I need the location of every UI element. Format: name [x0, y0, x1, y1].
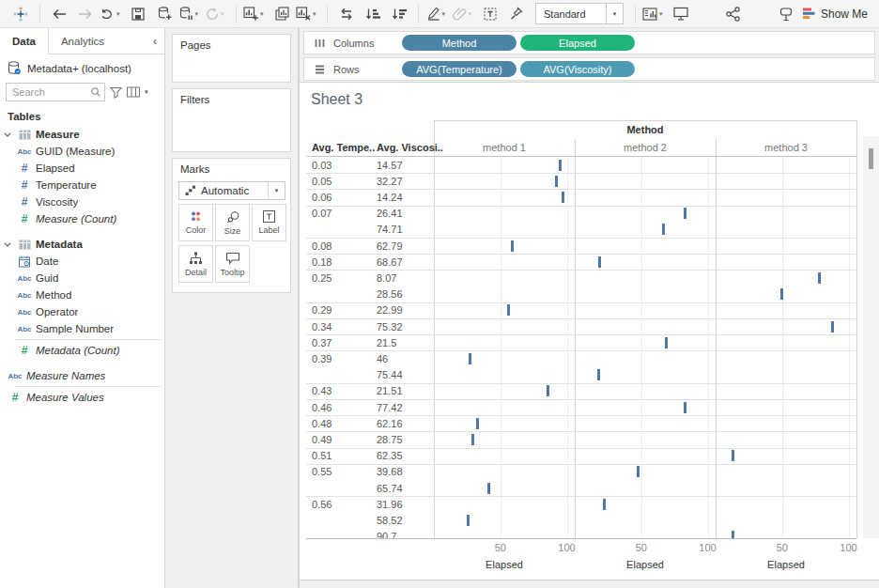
gantt-mark[interactable]	[732, 531, 734, 538]
gantt-mark[interactable]	[637, 466, 640, 477]
gantt-mark[interactable]	[780, 288, 783, 300]
gantt-mark[interactable]	[684, 402, 686, 413]
duplicate-button[interactable]	[270, 3, 294, 25]
chevron-down-icon[interactable]: ▾	[145, 83, 148, 101]
expand-collapse-icon[interactable]	[2, 132, 13, 137]
chevron-down-icon[interactable]: ▾	[313, 10, 320, 18]
tooltip-button[interactable]: Tooltip	[215, 245, 250, 283]
show-mark-labels-button[interactable]	[478, 3, 502, 25]
field-item-metadata[interactable]: Metadata	[0, 236, 164, 253]
replay-button[interactable]: ▾	[100, 3, 124, 25]
redo-button[interactable]	[73, 3, 98, 25]
field-item-guid-measure[interactable]: AbcGUID (Measure)	[0, 143, 164, 160]
panel-header-method-2[interactable]: method 2	[575, 142, 716, 153]
columns-shelf[interactable]: Columns MethodElapsed	[303, 31, 875, 54]
chevron-down-icon[interactable]: ▾	[221, 10, 228, 18]
gantt-mark[interactable]	[507, 304, 510, 316]
data-source-row[interactable]: Metadata+ (localhost)	[0, 54, 164, 80]
sort-ascending-button[interactable]	[361, 3, 385, 25]
gantt-mark[interactable]	[511, 240, 514, 252]
show-me-button[interactable]: Show Me	[803, 8, 868, 21]
gantt-mark[interactable]	[662, 224, 665, 235]
new-worksheet-button[interactable]: ▾	[243, 3, 268, 25]
gantt-mark[interactable]	[467, 515, 470, 526]
filters-shelf[interactable]: Filters	[172, 88, 291, 152]
field-item-elapsed[interactable]: #Elapsed	[0, 160, 164, 177]
gantt-mark[interactable]	[547, 385, 549, 396]
field-item-metadata-count[interactable]: #Metadata (Count)	[0, 342, 164, 359]
chevron-down-icon[interactable]: ▾	[116, 10, 124, 18]
field-item-sample-number[interactable]: AbcSample Number	[0, 320, 164, 337]
pause-auto-updates-button[interactable]: ▾	[178, 3, 203, 25]
chevron-down-icon[interactable]: ▾	[606, 4, 623, 23]
field-item-viscosity[interactable]: #Viscosity	[0, 193, 164, 210]
panel-header-method-3[interactable]: method 3	[716, 142, 856, 153]
field-item-date[interactable]: Date	[0, 253, 164, 270]
chevron-down-icon[interactable]: ▾	[442, 10, 450, 18]
chevron-down-icon[interactable]: ▾	[260, 10, 268, 18]
field-item-operator[interactable]: AbcOperator	[0, 303, 164, 320]
field-item-measure[interactable]: Measure	[0, 126, 164, 143]
tooltip-placard-button[interactable]	[774, 3, 798, 25]
new-data-source-button[interactable]	[152, 3, 177, 25]
gantt-mark[interactable]	[476, 418, 479, 429]
group-members-button[interactable]: ▾	[452, 3, 476, 25]
undo-button[interactable]	[47, 3, 71, 25]
field-item-measure-count[interactable]: #Measure (Count)	[0, 210, 164, 227]
gantt-mark[interactable]	[603, 499, 606, 510]
columns-pill-method[interactable]: Method	[402, 35, 517, 51]
chevron-down-icon[interactable]: ▾	[659, 10, 667, 18]
mark-type-dropdown[interactable]: Automatic ▾	[178, 181, 285, 200]
chevron-down-icon[interactable]: ▾	[268, 182, 285, 199]
panel-header-method-1[interactable]: method 1	[434, 142, 575, 153]
clear-sheet-button[interactable]: ▾	[296, 3, 320, 25]
run-update-button[interactable]: ▾	[205, 3, 229, 25]
field-item-measure-names[interactable]: AbcMeasure Names	[0, 367, 164, 384]
collapse-pane-button[interactable]: ‹	[146, 28, 164, 54]
gantt-mark[interactable]	[732, 450, 734, 461]
view-as-grid-icon[interactable]	[127, 83, 140, 101]
gantt-mark[interactable]	[818, 272, 821, 284]
gantt-mark[interactable]	[684, 208, 686, 219]
gantt-mark[interactable]	[469, 353, 471, 364]
color-button[interactable]: Color	[178, 204, 213, 241]
tab-analytics[interactable]: Analytics	[49, 28, 116, 54]
rows-pill-avg-temperature[interactable]: AVG(Temperature)	[402, 61, 517, 77]
chevron-down-icon[interactable]: ▾	[195, 10, 203, 18]
gantt-mark[interactable]	[597, 369, 600, 380]
rows-shelf[interactable]: Rows AVG(Temperature)AVG(Viscosity)	[303, 57, 875, 81]
swap-rows-columns-button[interactable]	[334, 3, 359, 25]
gantt-mark[interactable]	[555, 176, 558, 187]
highlight-button[interactable]: ▾	[425, 3, 450, 25]
gantt-mark[interactable]	[559, 160, 562, 171]
gantt-mark[interactable]	[598, 256, 601, 268]
field-item-guid[interactable]: AbcGuid	[0, 270, 164, 286]
gantt-mark[interactable]	[487, 483, 490, 494]
detail-button[interactable]: Detail	[178, 245, 213, 283]
field-item-method[interactable]: AbcMethod	[0, 286, 164, 303]
vertical-scrollbar[interactable]	[863, 136, 879, 538]
size-button[interactable]: Size	[215, 204, 250, 241]
gantt-mark[interactable]	[562, 192, 564, 203]
field-item-temperature[interactable]: #Temperature	[0, 177, 164, 193]
sort-descending-button[interactable]	[387, 3, 411, 25]
chevron-down-icon[interactable]: ▾	[469, 10, 476, 18]
rows-pill-avg-viscosity[interactable]: AVG(Viscosity)	[520, 61, 635, 77]
gantt-mark[interactable]	[665, 337, 668, 348]
fix-axes-button[interactable]	[504, 3, 529, 25]
columns-pill-elapsed[interactable]: Elapsed	[520, 35, 635, 51]
save-button[interactable]	[126, 3, 150, 25]
gantt-mark[interactable]	[471, 434, 474, 445]
tab-data[interactable]: Data	[0, 28, 49, 54]
pages-shelf[interactable]: Pages	[172, 34, 291, 83]
filter-fields-icon[interactable]	[110, 83, 122, 101]
field-item-measure-values[interactable]: #Measure Values	[0, 389, 164, 406]
label-button[interactable]: Label	[252, 204, 286, 241]
presentation-mode-button[interactable]	[669, 3, 693, 25]
show-hide-cards-button[interactable]: ▾	[642, 3, 667, 25]
share-button[interactable]	[721, 3, 746, 25]
fit-selector[interactable]: Standard▾	[535, 3, 624, 24]
expand-collapse-icon[interactable]	[2, 242, 13, 247]
scrollbar-thumb[interactable]	[869, 148, 873, 169]
gantt-mark[interactable]	[831, 321, 834, 333]
